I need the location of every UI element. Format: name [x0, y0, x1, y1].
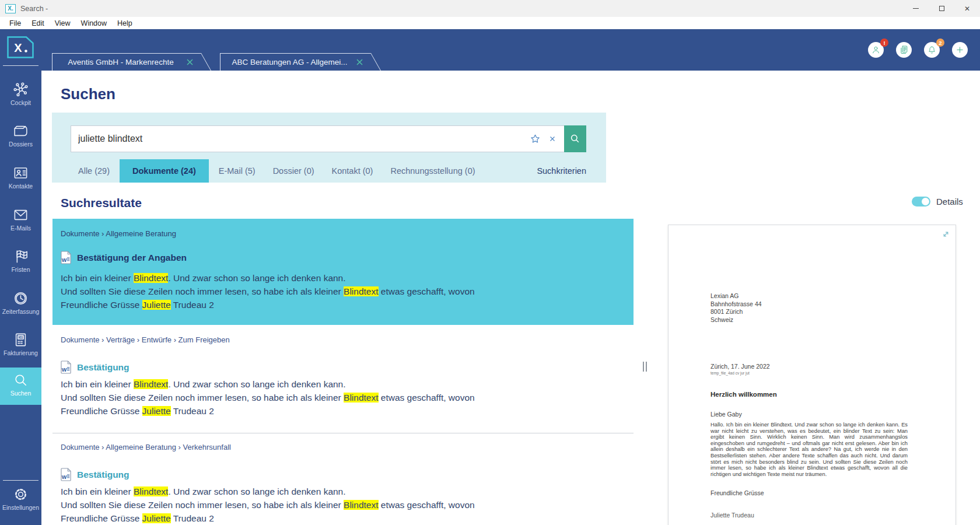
dossiers-icon [13, 123, 29, 139]
search-result-item[interactable]: Dokumente › Allgemeine Beratung › Verkeh… [52, 443, 634, 525]
user-icon [871, 45, 881, 55]
sidebar-item-suchen[interactable]: Suchen [0, 368, 41, 405]
search-criteria-link[interactable]: Suchkriterien [537, 166, 586, 176]
result-snippet: Ich bin ein kleiner Blindtext. Und zwar … [61, 485, 625, 525]
page-title: Suchen [61, 85, 116, 103]
result-title-row: WBestätigung [61, 468, 625, 481]
favorite-star-icon[interactable] [530, 134, 541, 145]
maximize-icon[interactable] [929, 0, 954, 17]
dossier-tab-1[interactable]: Aventis GmbH - Markenrechte [52, 53, 211, 71]
sidebar-divider-bottom [3, 480, 38, 481]
sidebar-item-zeiterfassung[interactable]: Zeiterfassung [0, 290, 41, 315]
fristen-icon [13, 249, 29, 264]
result-filter-tabs: Alle (29)Dokumente (24)E-Mail (5)Dossier… [71, 159, 586, 183]
highlighted-term: Blindtext [134, 273, 168, 283]
dossier-tabs: Aventis GmbH - MarkenrechteABC Beratunge… [52, 53, 381, 71]
menu-file[interactable]: File [4, 17, 26, 29]
app-logo: X [7, 36, 34, 61]
sidebar-item-label: Suchen [10, 390, 32, 397]
search-icon [569, 133, 581, 145]
menu-bar: FileEditViewWindowHelp [0, 17, 980, 29]
sidebar-item-cockpit[interactable]: Cockpit [0, 82, 41, 106]
snippet-line: Ich bin ein kleiner Blindtext. Und zwar … [61, 485, 625, 498]
filter-tab-kontakt[interactable]: Kontakt (0) [324, 159, 381, 183]
dossier-tab-label: Aventis GmbH - Markenrechte [68, 58, 173, 66]
menu-help[interactable]: Help [112, 17, 138, 29]
sidebar-item-fristen[interactable]: Fristen [0, 249, 41, 273]
letter-subject: Herzlich willkommen [710, 391, 777, 398]
tab-close-icon[interactable] [187, 59, 193, 65]
sidebar-item-dossiers[interactable]: Dossiers [0, 123, 41, 148]
word-document-icon: W [61, 251, 72, 264]
letter-dateline: Zürich, 17. June 2022 [710, 363, 770, 370]
menu-view[interactable]: View [50, 17, 76, 29]
result-title-row: WBestätigung [61, 360, 625, 374]
close-icon[interactable]: ✕ [954, 0, 980, 17]
expand-preview-icon[interactable] [942, 230, 950, 239]
sidebar-item-label: Zeiterfassung [2, 308, 40, 315]
sidebar-item-label: Einstellungen [2, 504, 39, 511]
letter-recipient-address: Lexian AGBahnhofstrasse 448001 ZürichSch… [710, 292, 762, 324]
search-result-item[interactable]: Dokumente › Allgemeine BeratungWBestätig… [52, 219, 634, 325]
sidebar-divider-top [3, 65, 38, 66]
tab-close-icon[interactable] [356, 59, 363, 65]
documents-button[interactable] [896, 42, 912, 58]
dossier-tab-2[interactable]: ABC Beratungen AG - Allgemei... [220, 53, 381, 71]
sidebar-item-emails[interactable]: E-Mails [0, 207, 41, 232]
address-line: Bahnhofstrasse 44 [710, 300, 762, 309]
highlighted-term: Juliette [142, 406, 171, 416]
filter-tab-rechnungsstellung[interactable]: Rechnungsstellung (0) [383, 159, 482, 183]
details-toggle-label: Details [936, 197, 963, 206]
result-title-row: WBestätigung der Angaben [61, 251, 625, 264]
svg-text:W: W [62, 257, 67, 263]
result-title-link[interactable]: Bestätigung der Angaben [77, 253, 187, 263]
zeiterfassung-icon [13, 290, 29, 306]
filter-tab-email[interactable]: E-Mail (5) [211, 159, 263, 183]
sidebar-item-label: Kontakte [9, 183, 33, 190]
notifications-button[interactable]: 2 [924, 42, 940, 58]
highlighted-term: Juliette [142, 300, 171, 310]
letter-salutation: Liebe Gaby [710, 411, 742, 418]
title-bar: X. Search - ✕ [0, 0, 980, 17]
sidebar-item-fakturierung[interactable]: CHFFakturierung [0, 332, 41, 356]
result-snippet: Ich bin ein kleiner Blindtext. Und zwar … [61, 271, 625, 312]
fakturierung-icon: CHF [13, 332, 29, 348]
letter-signature: Juliette Trudeau [710, 512, 754, 519]
highlighted-term: Blindtext [344, 286, 378, 296]
filter-tab-dokumente[interactable]: Dokumente (24) [120, 159, 209, 183]
toggle-knob [922, 198, 929, 205]
letter-body: Hallo. Ich bin ein kleiner Blindtext. Un… [710, 422, 908, 477]
sidebar-item-einstellungen[interactable]: Einstellungen [0, 487, 41, 511]
bell-icon [927, 45, 937, 55]
details-toggle[interactable] [912, 197, 930, 206]
pane-splitter-handle[interactable] [643, 362, 647, 372]
search-button[interactable] [564, 125, 586, 152]
sidebar-item-label: Dossiers [9, 141, 33, 148]
menu-window[interactable]: Window [76, 17, 112, 29]
search-result-item[interactable]: Dokumente › Verträge › Entwürfe › Zum Fr… [52, 335, 634, 418]
sidebar-item-label: Cockpit [10, 99, 31, 106]
result-title-link[interactable]: Bestätigung [77, 470, 130, 480]
address-line: Lexian AG [710, 292, 762, 300]
clear-search-icon[interactable] [548, 135, 556, 143]
kontakte-icon [13, 165, 29, 181]
notification-badge: ! [880, 38, 888, 47]
highlighted-term: Blindtext [344, 393, 378, 402]
menu-edit[interactable]: Edit [26, 17, 50, 29]
sidebar-item-kontakte[interactable]: Kontakte [0, 165, 41, 190]
window-controls: ✕ [903, 0, 980, 17]
cockpit-icon [13, 82, 29, 97]
snippet-line: Ich bin ein kleiner Blindtext. Und zwar … [61, 271, 625, 285]
add-button[interactable] [952, 42, 968, 58]
svg-text:W: W [62, 367, 67, 373]
user-button[interactable]: ! [868, 42, 884, 58]
sidebar-item-label: Fristen [11, 266, 30, 273]
dossier-tab-label: ABC Beratungen AG - Allgemei... [232, 58, 347, 66]
search-input[interactable] [71, 125, 564, 152]
result-title-link[interactable]: Bestätigung [77, 362, 130, 373]
highlighted-term: Blindtext [134, 487, 168, 496]
svg-text:W: W [62, 474, 67, 480]
filter-tab-dossier[interactable]: Dossier (0) [265, 159, 322, 183]
filter-tab-alle[interactable]: Alle (29) [71, 159, 117, 183]
minimize-icon[interactable] [903, 0, 929, 17]
